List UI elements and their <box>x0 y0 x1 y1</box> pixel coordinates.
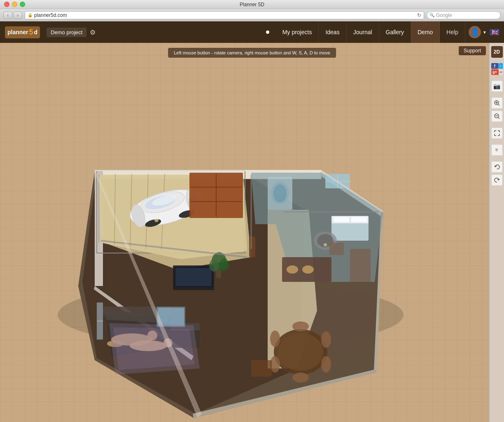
fullscreen-icon <box>494 130 500 136</box>
browser-toolbar: ‹ › 🔒 planner5d.com ↻ 🔍 Google <box>0 9 504 21</box>
search-icon: 🔍 <box>429 13 434 17</box>
facebook-button[interactable]: f <box>491 63 499 69</box>
redo-button[interactable] <box>491 174 503 186</box>
search-bar[interactable]: 🔍 Google <box>427 11 501 19</box>
settings-button[interactable]: ⚙ <box>90 28 96 36</box>
undo-icon <box>494 164 500 170</box>
camera-button[interactable]: 📷 <box>491 80 503 92</box>
browser-titlebar: Planner 5D <box>0 0 504 9</box>
nav-item-my-projects[interactable]: My projects <box>276 21 319 43</box>
undo-button[interactable] <box>491 161 503 173</box>
grid-background <box>0 43 504 422</box>
toolbar-divider-3 <box>492 94 502 95</box>
refresh-button[interactable]: ↻ <box>417 12 421 18</box>
back-button[interactable]: ‹ <box>3 12 12 19</box>
nav-item-ideas[interactable]: Ideas <box>319 21 346 43</box>
nav-buttons[interactable]: ‹ › <box>3 12 22 19</box>
forward-button[interactable]: › <box>13 12 22 19</box>
nav-item-help[interactable]: Help <box>440 21 465 43</box>
units-button[interactable]: ft' <box>491 144 503 156</box>
toolbar-divider-6 <box>492 158 502 159</box>
right-toolbar: 2D f t g+ ✉ 📷 <box>489 43 504 422</box>
lock-icon: 🔒 <box>28 13 33 17</box>
zoom-in-icon <box>494 100 500 106</box>
address-bar[interactable]: 🔒 planner5d.com ↻ <box>25 11 424 19</box>
project-name[interactable]: Demo project <box>47 28 86 37</box>
browser-chrome: Planner 5D ‹ › 🔒 planner5d.com ↻ 🔍 Googl… <box>0 0 504 21</box>
url-text: planner5d.com <box>34 12 67 18</box>
google-plus-button[interactable]: g+ <box>491 69 499 75</box>
toolbar-divider-4 <box>492 124 502 125</box>
nav-item-demo[interactable]: Demo <box>411 21 440 43</box>
units-label: ft' <box>495 148 498 152</box>
social-buttons: f t g+ ✉ <box>491 63 503 75</box>
brand-five: 5 <box>29 28 33 37</box>
nav-dot-indicator <box>266 30 269 34</box>
zoom-in-button[interactable] <box>491 97 503 109</box>
close-button[interactable] <box>4 2 9 7</box>
brand-logo-box: planner 5 d <box>5 26 40 38</box>
toolbar-divider-5 <box>492 141 502 142</box>
brand-logo: planner 5 d <box>5 26 40 38</box>
avatar: 👤 <box>469 26 481 38</box>
fullscreen-button[interactable] <box>491 127 503 139</box>
share-button[interactable]: ✉ <box>499 69 503 75</box>
search-text: Google <box>436 12 452 18</box>
window-controls[interactable] <box>4 2 25 7</box>
tooltip: Left mouse button - rotate camera, right… <box>168 48 336 58</box>
chevron-down-icon: ▼ <box>483 30 487 35</box>
toolbar-divider-2 <box>492 77 502 78</box>
language-flag[interactable] <box>490 29 499 35</box>
zoom-out-button[interactable] <box>491 110 503 122</box>
brand-d: d <box>34 29 38 35</box>
view-2d-button[interactable]: 2D <box>491 46 503 58</box>
toolbar-divider-1 <box>492 60 502 61</box>
svg-line-97 <box>498 117 499 119</box>
nav-items: My projects Ideas Journal Gallery Demo H… <box>276 21 465 43</box>
minimize-button[interactable] <box>12 2 17 7</box>
maximize-button[interactable] <box>20 2 25 7</box>
brand-planner: planner <box>7 29 28 35</box>
svg-line-93 <box>498 104 499 106</box>
user-menu[interactable]: 👤 ▼ <box>465 26 490 38</box>
content-area: Support Left mouse button - rotate camer… <box>0 43 504 422</box>
nav-item-journal[interactable]: Journal <box>347 21 379 43</box>
window-title: Planner 5D <box>240 2 264 7</box>
redo-icon <box>494 177 500 183</box>
app-navbar: planner 5 d Demo project ⚙ My projects I… <box>0 21 504 43</box>
camera-icon: 📷 <box>493 83 500 89</box>
nav-item-gallery[interactable]: Gallery <box>379 21 411 43</box>
zoom-out-icon <box>494 113 500 119</box>
support-button[interactable]: Support <box>459 46 486 55</box>
twitter-button[interactable]: t <box>499 63 503 69</box>
